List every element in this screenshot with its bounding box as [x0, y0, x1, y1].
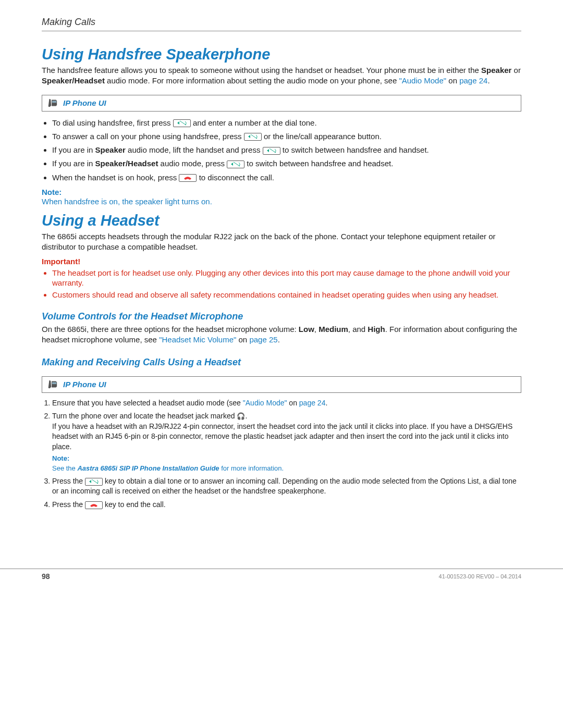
chapter-title: Making Calls — [42, 17, 521, 28]
list-item: If you are in Speaker/Headset audio mode… — [52, 157, 521, 169]
list-item: When the handset is on hook, press to di… — [52, 171, 521, 183]
link-page-24[interactable]: page 24 — [299, 399, 326, 407]
headset-steps: Ensure that you have selected a headset … — [52, 398, 521, 510]
install-guide-note: See the Aastra 6865i SIP IP Phone Instal… — [52, 464, 521, 473]
speaker-key-icon — [227, 161, 244, 168]
list-item: If you are in Speaker audio mode, lift t… — [52, 144, 521, 156]
link-audio-mode[interactable]: "Audio Mode" — [399, 76, 446, 85]
list-item: Turn the phone over and locate the heads… — [52, 411, 521, 473]
page-number: 98 — [42, 572, 50, 581]
headset-intro: The 6865i accepts headsets through the m… — [42, 231, 521, 253]
document-id: 41-001523-00 REV00 – 04.2014 — [439, 573, 521, 579]
hangup-key-icon — [179, 174, 197, 182]
hangup-key-icon — [85, 501, 103, 509]
note-label: Note: — [52, 454, 521, 463]
important-label: Important! — [42, 257, 521, 266]
divider — [42, 31, 521, 31]
speaker-key-icon — [244, 133, 262, 141]
page-footer: 98 41-001523-00 REV00 – 04.2014 — [0, 569, 563, 593]
important-list: The headset port is for headset use only… — [52, 268, 521, 300]
svg-rect-1 — [52, 382, 56, 384]
note-speaker: When handsfree is on, the speaker light … — [42, 196, 521, 207]
note-label: Note: — [42, 188, 521, 196]
speaker-bullets: To dial using handsfree, first press and… — [52, 117, 521, 183]
speaker-key-icon — [263, 147, 280, 155]
list-item: Press the key to end the call. — [52, 500, 521, 510]
speaker-key-icon — [173, 119, 191, 127]
speaker-intro: The handsfree feature allows you to spea… — [42, 65, 521, 87]
list-item: The headset port is for headset use only… — [52, 268, 521, 288]
headset-jack-icon: 🎧 — [237, 412, 245, 421]
volume-paragraph: On the 6865i, there are three options fo… — [42, 324, 521, 346]
phone-icon — [46, 379, 58, 390]
list-item: To dial using handsfree, first press and… — [52, 117, 521, 129]
phone-icon — [46, 97, 58, 109]
heading-speakerphone: Using Handsfree Speakerphone — [42, 46, 521, 63]
link-page-25[interactable]: page 25 — [249, 335, 277, 344]
heading-volume-controls: Volume Controls for the Headset Micropho… — [42, 311, 521, 322]
banner-ip-phone-ui: IP Phone UI — [42, 376, 521, 393]
list-item: Ensure that you have selected a headset … — [52, 398, 521, 409]
link-page-24[interactable]: page 24 — [459, 76, 487, 85]
speaker-key-icon — [85, 478, 103, 486]
svg-rect-0 — [52, 101, 56, 103]
heading-making-receiving: Making and Receiving Calls Using a Heads… — [42, 357, 521, 368]
banner-label: IP Phone UI — [63, 98, 106, 107]
link-audio-mode[interactable]: "Audio Mode" — [243, 399, 287, 407]
list-item: To answer a call on your phone using han… — [52, 130, 521, 142]
banner-ip-phone-ui: IP Phone UI — [42, 95, 521, 112]
link-headset-mic-volume[interactable]: "Headset Mic Volume" — [159, 335, 236, 344]
banner-label: IP Phone UI — [63, 380, 106, 389]
list-item: Customers should read and observe all sa… — [52, 290, 521, 300]
list-item: Press the key to obtain a dial tone or t… — [52, 476, 521, 497]
heading-headset: Using a Headset — [42, 212, 521, 229]
